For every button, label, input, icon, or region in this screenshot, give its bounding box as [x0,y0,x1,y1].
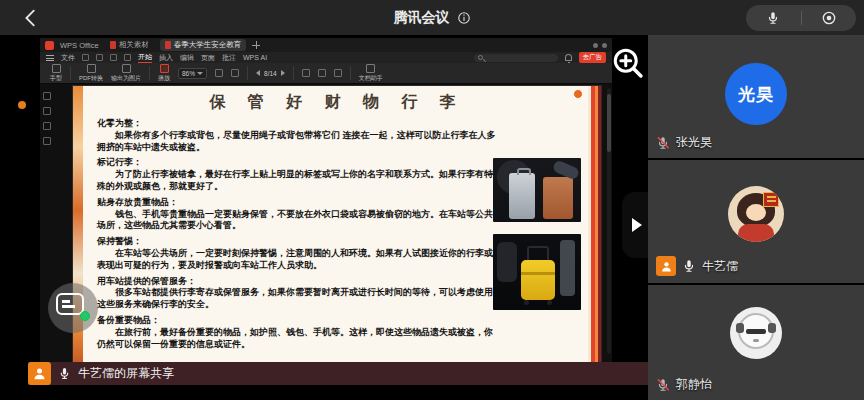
slide-section: 贴身存放贵重物品： 钱包、手机等贵重物品一定要贴身保管，不要放在外衣口袋或容易被… [97,197,499,232]
section-body: 很多车站都提供行李寄存或保管服务，如果你需要暂时离开或进行长时间的等待，可以考虑… [97,287,499,311]
yellow-suitcase-photo [493,234,581,310]
record-button[interactable] [802,5,857,31]
bell-icon[interactable] [565,54,572,61]
highlight-icon[interactable] [318,69,326,77]
save-icon[interactable] [82,54,89,61]
remove-ads-button[interactable]: 去广告 [579,52,607,63]
chevron-down-icon [197,72,203,75]
topbar-controls [746,5,856,31]
pdf-convert-tool[interactable]: PDF转换 [79,64,103,83]
redo-icon[interactable] [124,54,131,61]
sidebar-collapse-handle[interactable] [622,192,648,258]
undo-icon[interactable] [110,54,117,61]
luggage-photo [493,158,581,222]
slide-section: 标记行李： 为了防止行李被错拿，最好在行李上贴上明显的标签或写上你的名字和联系方… [97,157,499,192]
menu-tab-edit[interactable]: 编辑 [180,53,194,63]
meeting-title: 腾讯会议 [394,9,450,27]
photo-leg [560,240,575,296]
yellow-suitcase [521,260,555,300]
section-body: 在车站等公共场所，一定要时刻保持警惕，注意周围的人和环境。如果有人试图接近你的行… [97,248,499,272]
toolbar-divider [247,66,248,80]
scrollbar[interactable] [607,88,611,354]
rotate-icon[interactable] [302,69,310,77]
participant-tile[interactable]: 光昊 张光昊 [648,35,864,158]
participant-name-row: 牛艺儒 [656,256,738,276]
next-page-icon[interactable] [281,70,285,76]
zoom-out-icon[interactable] [215,69,223,77]
zoom-level-dropdown[interactable]: 86% [178,68,207,79]
eraser-icon[interactable] [334,69,342,77]
menu-tab-wps-ai[interactable]: WPS AI [243,54,267,61]
section-body: 为了防止行李被错拿，最好在行李上贴上明显的标签或写上你的名字和联系方式。如果行李… [97,169,499,193]
wps-brand-label: WPS Office [60,41,99,50]
slide-page: 保 管 好 财 物 行 李 化零为整： 如果你有多个行李或背包，尽量使用绳子或背… [73,86,601,362]
info-icon[interactable] [457,11,471,25]
wps-titlebar: WPS Office 相关素材 春季大学生安全教育 [40,38,612,52]
menu-tab-page[interactable]: 页面 [201,53,215,63]
section-heading: 备份重要物品： [97,315,499,327]
zoom-in-overlay-button[interactable] [610,45,646,81]
avatar-art [753,339,759,342]
avatar-art [763,192,779,207]
participant-sidebar: 光昊 张光昊 牛艺儒 [648,35,864,400]
shared-screen-area: WPS Office 相关素材 春季大学生安全教育 文件 [0,35,648,400]
mic-on-icon [58,367,71,380]
avatar-art [746,329,766,334]
page-indicator: 8/14 [264,70,277,77]
play-tool[interactable]: 播放 [158,64,170,83]
new-tab-icon[interactable] [252,41,260,49]
file-menu[interactable]: 文件 [61,53,75,63]
suitcase-handle [527,246,549,260]
participant-name-row: 郭静怡 [656,376,712,393]
thumbnail-icon[interactable] [43,107,51,115]
slide-section: 化零为整： 如果你有多个行李或背包，尽量使用绳子或背包带将它们 连接在一起，这样… [97,118,499,153]
notes-icon[interactable] [43,122,51,130]
tencent-meeting-window: 腾讯会议 WPS Office 相关素材 [0,0,864,400]
slide-section: 用车站提供的保管服务： 很多车站都提供行李寄存或保管服务，如果你需要暂时离开或进… [97,276,499,311]
maximize-icon[interactable] [602,43,607,48]
wps-search-input[interactable] [474,54,558,62]
document-icon [110,41,116,49]
zoom-in-icon[interactable] [231,69,239,77]
bookmark-icon[interactable] [43,137,51,145]
previous-page-icon[interactable] [256,70,260,76]
minimize-icon[interactable] [593,43,598,48]
doc-assistant-icon [366,64,375,73]
avatar-art [738,224,774,242]
microphone-button[interactable] [746,5,801,31]
section-heading: 贴身存放贵重物品： [97,197,499,209]
presenter-avatar-icon [28,362,51,385]
wps-office-window: WPS Office 相关素材 春季大学生安全教育 文件 [40,38,612,362]
participant-name-row: 张光昊 [656,134,712,151]
avatar [730,307,782,359]
avatar: 光昊 [725,63,787,125]
doc-assistant-tool[interactable]: 文档助手 [359,64,383,83]
hand-tool[interactable]: 手型 [50,64,62,83]
outline-icon[interactable] [43,92,51,100]
menu-tab-comment[interactable]: 批注 [222,53,236,63]
page-navigator: 8/14 [256,70,285,77]
screen-share-banner: 牛艺儒的屏幕共享 [28,362,648,385]
menu-tab-home[interactable]: 开始 [138,52,152,63]
scrollbar-thumb[interactable] [607,94,611,152]
export-image-tool[interactable]: 输出为图片 [111,64,141,83]
orange-suitcase [543,177,573,219]
hamburger-icon[interactable] [46,55,54,61]
menu-tab-insert[interactable]: 插入 [159,53,173,63]
participant-tile[interactable]: 牛艺儒 [648,160,864,283]
toolbar-divider [293,66,294,80]
section-body: 在旅行前，最好备份重要的物品，如护照、钱包、手机等。这样，即使这些物品遗失或被盗… [97,327,499,351]
mic-on-icon [682,259,696,273]
chevron-right-icon [632,218,642,232]
hand-tool-label: 手型 [50,74,62,83]
wps-tab-materials[interactable]: 相关素材 [105,39,154,51]
print-icon[interactable] [96,54,103,61]
caption-widget[interactable] [48,283,98,333]
toolbar-divider [70,66,71,80]
export-image-icon [122,64,131,73]
doc-assistant-label: 文档助手 [359,74,383,83]
participant-tile[interactable]: 郭静怡 [648,285,864,400]
screen-share-label: 牛艺儒的屏幕共享 [78,365,174,382]
wps-tab-document[interactable]: 春季大学生安全教育 [160,39,247,51]
pdf-convert-label: PDF转换 [79,74,103,83]
